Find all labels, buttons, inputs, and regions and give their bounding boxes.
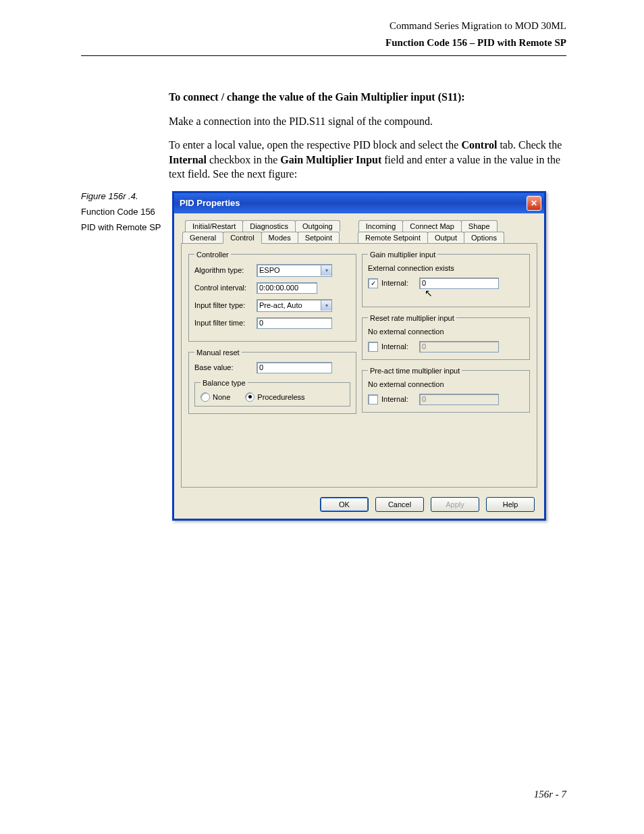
tab-remote-setpoint[interactable]: Remote Setpoint <box>358 232 428 243</box>
tabs-front-row: General Control Modes Setpoint Remote Se… <box>182 232 537 243</box>
gain-internal-label: Internal: <box>381 279 419 287</box>
tabs-back-row: Initial/Restart Diagnostics Outgoing Inc… <box>185 220 537 232</box>
figure-label: Figure 156r .4. <box>81 191 169 201</box>
balance-type-legend: Balance type <box>200 379 248 387</box>
gain-multiplier-group: Gain multiplier input External connectio… <box>362 251 530 307</box>
tab-shape[interactable]: Shape <box>461 220 498 232</box>
controller-legend: Controller <box>194 251 231 259</box>
balance-none-label: None <box>213 393 230 401</box>
input-filter-type-select[interactable]: Pre-act, Auto <box>257 299 332 312</box>
cancel-button[interactable]: Cancel <box>375 497 424 512</box>
preact-internal-label: Internal: <box>381 395 419 403</box>
input-filter-time-input[interactable] <box>257 317 332 329</box>
reset-internal-label: Internal: <box>381 342 419 350</box>
preact-time-legend: Pre-act time multiplier input <box>368 367 462 375</box>
preact-internal-checkbox[interactable] <box>368 394 378 405</box>
reset-internal-input <box>419 341 499 353</box>
preact-internal-input <box>419 394 499 405</box>
ok-button[interactable]: OK <box>320 497 369 512</box>
help-button[interactable]: Help <box>486 497 535 512</box>
p2-control: Control <box>461 139 497 151</box>
tab-diagnostics[interactable]: Diagnostics <box>242 220 296 232</box>
gain-multiplier-legend: Gain multiplier input <box>368 251 437 259</box>
p2-gain: Gain Multiplier Input <box>280 154 381 165</box>
balance-procedureless-label: Procedureless <box>257 393 304 401</box>
manual-reset-legend: Manual reset <box>194 348 242 357</box>
figure-caption-1: Function Code 156 <box>81 207 169 217</box>
gain-status-text: External connection exists <box>368 264 524 272</box>
input-filter-time-label: Input filter time: <box>194 319 257 327</box>
tab-setpoint[interactable]: Setpoint <box>298 232 340 243</box>
figure-caption-2: PID with Remote SP <box>81 222 169 232</box>
tab-output[interactable]: Output <box>427 232 464 243</box>
balance-none-radio[interactable]: None <box>200 392 230 402</box>
p2-internal: Internal <box>169 154 207 165</box>
chevron-down-icon[interactable] <box>321 301 331 311</box>
tab-panel-control: Controller Algorithm type: ESPO Co <box>181 243 537 488</box>
base-value-input[interactable] <box>257 362 332 373</box>
tab-initial-restart[interactable]: Initial/Restart <box>185 220 243 232</box>
balance-procedureless-radio[interactable]: Procedureless <box>245 392 304 402</box>
control-interval-label: Control interval: <box>194 284 257 292</box>
input-filter-type-value: Pre-act, Auto <box>257 301 321 309</box>
header-top: Command Series Migration to MOD 30ML <box>81 20 566 32</box>
p2-pre: To enter a local value, open the respect… <box>169 139 461 151</box>
dialog-title: PID Properties <box>180 198 240 208</box>
page-footer: 156r - 7 <box>534 789 566 800</box>
manual-reset-group: Manual reset Base value: Balance type <box>188 348 356 414</box>
dialog-titlebar[interactable]: PID Properties ✕ <box>174 193 544 213</box>
p2-mid1: tab. Check the <box>497 139 562 151</box>
reset-rate-group: Reset rate multiplier input No external … <box>362 314 530 360</box>
tab-control[interactable]: Control <box>223 232 261 244</box>
instruction-p2: To enter a local value, open the respect… <box>169 138 566 182</box>
balance-type-group: Balance type None Procedureless <box>194 379 350 407</box>
input-filter-type-label: Input filter type: <box>194 301 257 309</box>
preact-status-text: No external connection <box>368 380 524 388</box>
controller-group: Controller Algorithm type: ESPO Co <box>188 251 356 342</box>
tab-outgoing[interactable]: Outgoing <box>295 220 340 232</box>
cursor-icon: ↖ <box>425 288 581 298</box>
reset-rate-legend: Reset rate multiplier input <box>368 314 456 322</box>
p2-mid2: checkbox in the <box>207 154 280 165</box>
header-divider <box>81 55 566 56</box>
close-button[interactable]: ✕ <box>527 196 541 211</box>
reset-internal-checkbox[interactable] <box>368 342 378 352</box>
header-sub: Function Code 156 – PID with Remote SP <box>81 37 566 49</box>
apply-button: Apply <box>431 497 479 512</box>
chevron-down-icon[interactable] <box>321 265 331 276</box>
control-interval-input[interactable] <box>257 282 317 294</box>
algorithm-type-label: Algorithm type: <box>194 266 257 274</box>
pid-properties-dialog: PID Properties ✕ Initial/Restart Diagnos… <box>172 191 546 521</box>
instruction-heading: To connect / change the value of the Gai… <box>169 90 566 105</box>
tab-options[interactable]: Options <box>464 232 504 243</box>
preact-time-group: Pre-act time multiplier input No externa… <box>362 367 530 413</box>
base-value-label: Base value: <box>194 363 257 371</box>
gain-internal-checkbox[interactable]: ✓ <box>368 278 378 288</box>
gain-internal-input[interactable] <box>419 278 499 289</box>
close-icon: ✕ <box>531 199 537 208</box>
tab-general[interactable]: General <box>182 232 223 243</box>
instruction-p1: Make a connection into the PID.S11 signa… <box>169 114 566 129</box>
tab-modes[interactable]: Modes <box>261 232 298 243</box>
tab-connect-map[interactable]: Connect Map <box>402 220 461 232</box>
algorithm-type-value: ESPO <box>257 266 321 274</box>
reset-status-text: No external connection <box>368 328 524 336</box>
tab-incoming[interactable]: Incoming <box>358 220 404 232</box>
algorithm-type-select[interactable]: ESPO <box>257 264 332 277</box>
